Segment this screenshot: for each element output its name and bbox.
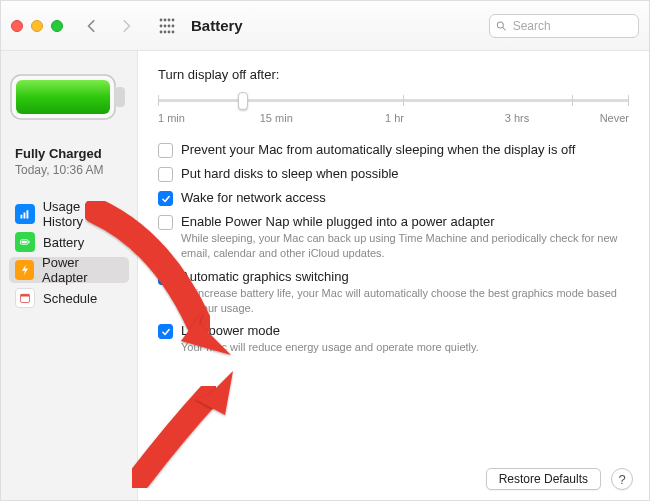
option-label: Wake for network access (181, 190, 629, 205)
bolt-icon (15, 260, 34, 280)
option-row: Enable Power Nap while plugged into a po… (158, 214, 629, 261)
option-label: Put hard disks to sleep when possible (181, 166, 629, 181)
battery-small-icon (15, 232, 35, 252)
back-button[interactable] (79, 14, 105, 38)
svg-point-8 (160, 30, 163, 33)
slider-label: Turn display off after: (158, 67, 629, 82)
svg-point-9 (164, 30, 167, 33)
sidebar-nav: Usage History Battery Power Adapter Sche… (9, 201, 129, 311)
zoom-window-button[interactable] (51, 20, 63, 32)
option-label: Automatic graphics switching (181, 269, 629, 284)
restore-defaults-button[interactable]: Restore Defaults (486, 468, 601, 490)
option-row: Automatic graphics switchingTo increase … (158, 269, 629, 316)
option-label: Enable Power Nap while plugged into a po… (181, 214, 629, 229)
svg-line-13 (503, 27, 506, 30)
forward-button[interactable] (113, 14, 139, 38)
svg-point-5 (164, 24, 167, 27)
slider-knob[interactable] (238, 92, 248, 110)
svg-rect-18 (23, 213, 25, 219)
footer: Restore Defaults ? (486, 468, 633, 490)
checkbox[interactable] (158, 270, 173, 285)
option-row: Wake for network access (158, 190, 629, 206)
minimize-window-button[interactable] (31, 20, 43, 32)
battery-icon (9, 67, 129, 130)
checkbox[interactable] (158, 215, 173, 230)
display-sleep-slider[interactable]: 1 min 15 min 1 hr 3 hrs Never (158, 90, 629, 124)
options-list: Prevent your Mac from automatically slee… (158, 142, 629, 355)
chart-icon (15, 204, 35, 224)
status-time: Today, 10:36 AM (15, 163, 125, 177)
sidebar-item-usage-history[interactable]: Usage History (9, 201, 129, 227)
svg-rect-21 (28, 241, 29, 243)
option-row: Low power modeYour Mac will reduce energ… (158, 323, 629, 355)
sidebar-item-schedule[interactable]: Schedule (9, 285, 129, 311)
checkbox[interactable] (158, 167, 173, 182)
sidebar: Fully Charged Today, 10:36 AM Usage Hist… (1, 51, 138, 501)
option-description: Your Mac will reduce energy usage and op… (181, 340, 629, 355)
battery-status: Fully Charged Today, 10:36 AM (15, 146, 125, 177)
main-content: Turn display off after: 1 min 15 min 1 h… (138, 51, 649, 501)
calendar-icon (15, 288, 35, 308)
toolbar: Battery (1, 1, 649, 51)
option-description: To increase battery life, your Mac will … (181, 286, 629, 316)
help-button[interactable]: ? (611, 468, 633, 490)
svg-point-7 (172, 24, 175, 27)
option-row: Prevent your Mac from automatically slee… (158, 142, 629, 158)
sidebar-item-label: Battery (43, 235, 84, 250)
svg-point-6 (168, 24, 171, 27)
page-title: Battery (191, 17, 243, 34)
svg-point-3 (172, 18, 175, 21)
search-input[interactable] (511, 18, 632, 34)
svg-point-1 (164, 18, 167, 21)
sidebar-item-label: Schedule (43, 291, 97, 306)
svg-rect-22 (22, 241, 27, 243)
svg-rect-17 (20, 215, 22, 219)
checkbox[interactable] (158, 143, 173, 158)
sidebar-item-label: Usage History (43, 199, 123, 229)
svg-rect-24 (21, 294, 30, 296)
search-field[interactable] (489, 14, 639, 38)
window-controls (11, 20, 63, 32)
svg-point-11 (172, 30, 175, 33)
checkbox[interactable] (158, 191, 173, 206)
svg-point-2 (168, 18, 171, 21)
svg-point-10 (168, 30, 171, 33)
sidebar-item-power-adapter[interactable]: Power Adapter (9, 257, 129, 283)
status-title: Fully Charged (15, 146, 125, 161)
close-window-button[interactable] (11, 20, 23, 32)
svg-point-4 (160, 24, 163, 27)
option-label: Low power mode (181, 323, 629, 338)
search-icon (496, 20, 507, 32)
sidebar-item-battery[interactable]: Battery (9, 229, 129, 255)
sidebar-item-label: Power Adapter (42, 255, 123, 285)
option-label: Prevent your Mac from automatically slee… (181, 142, 629, 157)
option-description: While sleeping, your Mac can back up usi… (181, 231, 629, 261)
checkbox[interactable] (158, 324, 173, 339)
svg-point-0 (160, 18, 163, 21)
svg-rect-19 (26, 210, 28, 218)
slider-tick-labels: 1 min 15 min 1 hr 3 hrs Never (158, 112, 629, 124)
svg-rect-16 (16, 80, 110, 114)
svg-rect-15 (115, 87, 125, 107)
option-row: Put hard disks to sleep when possible (158, 166, 629, 182)
show-all-button[interactable] (155, 14, 179, 38)
